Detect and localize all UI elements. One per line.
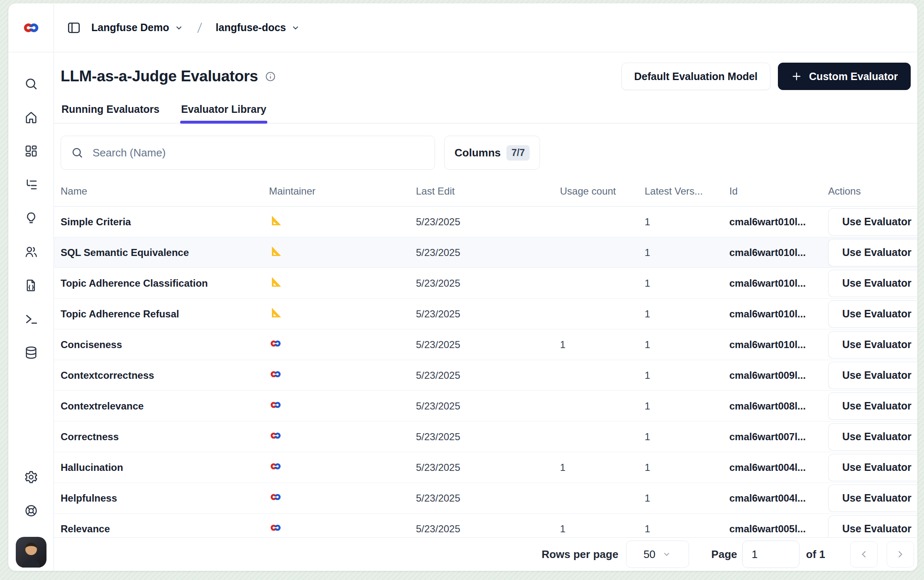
database-icon [24, 346, 38, 360]
sidebar-item-dashboards[interactable] [24, 144, 39, 158]
use-evaluator-button[interactable]: Use Evaluator [828, 270, 917, 297]
support-lifebuoy-icon [24, 504, 38, 518]
default-evaluation-model-button[interactable]: Default Evaluation Model [621, 63, 770, 90]
avatar-photo [16, 537, 46, 568]
column-header-name[interactable]: Name [61, 185, 269, 197]
sidebar-item-datasets[interactable] [24, 345, 39, 360]
evaluator-id: cmal6wart010l... [729, 308, 828, 320]
dashboard-icon [24, 144, 38, 158]
info-icon[interactable] [265, 71, 276, 82]
usage-count-value: 1 [560, 462, 645, 473]
sidebar-item-settings[interactable] [24, 470, 39, 485]
search-input[interactable] [92, 146, 425, 160]
sidebar-item-playground[interactable] [24, 312, 39, 327]
table-row[interactable]: Conciseness 5/23/2025 1 1 cmal6wart010l.… [54, 329, 917, 360]
sidebar-item-support[interactable] [24, 503, 39, 518]
langfuse-maintainer-icon [269, 429, 282, 442]
table-row[interactable]: Contextrelevance 5/23/2025 1 cmal6wart00… [54, 391, 917, 422]
table-row[interactable]: SQL Semantic Equivalence 5/23/2025 1 cma… [54, 237, 917, 268]
use-evaluator-button[interactable]: Use Evaluator [828, 392, 917, 420]
langfuse-maintainer-icon [269, 521, 282, 534]
use-evaluator-button[interactable]: Use Evaluator [828, 515, 917, 538]
use-evaluator-button[interactable]: Use Evaluator [828, 300, 917, 328]
use-evaluator-button[interactable]: Use Evaluator [828, 423, 917, 451]
last-edit-date: 5/23/2025 [416, 523, 560, 535]
evaluator-name: Correctness [61, 431, 269, 443]
columns-button[interactable]: Columns 7/7 [444, 136, 540, 170]
actions-cell: Use Evaluator [828, 270, 917, 297]
evaluator-id: cmal6wart010l... [729, 216, 828, 228]
actions-cell: Use Evaluator [828, 300, 917, 328]
evaluator-name: Hallucination [61, 462, 269, 473]
actions-cell: Use Evaluator [828, 239, 917, 266]
table-row[interactable]: Topic Adherence Refusal 5/23/2025 1 cmal… [54, 299, 917, 329]
custom-evaluator-label: Custom Evaluator [809, 71, 898, 83]
actions-cell: Use Evaluator [828, 485, 917, 512]
rows-per-page-select[interactable]: 50 [626, 541, 689, 568]
column-header-latest-version[interactable]: Latest Vers... [645, 185, 729, 197]
breadcrumb: Langfuse Demo langfuse-docs [54, 3, 300, 52]
maintainer-cell [269, 214, 416, 229]
use-evaluator-button[interactable]: Use Evaluator [828, 208, 917, 236]
use-evaluator-button[interactable]: Use Evaluator [828, 485, 917, 512]
use-evaluator-button[interactable]: Use Evaluator [828, 454, 917, 481]
maintainer-cell [269, 460, 416, 475]
table-row[interactable]: Hallucination 5/23/2025 1 1 cmal6wart004… [54, 452, 917, 483]
last-edit-date: 5/23/2025 [416, 462, 560, 473]
sidebar-item-search[interactable] [24, 76, 39, 91]
table-row[interactable]: Relevance 5/23/2025 1 1 cmal6wart005l...… [54, 514, 917, 537]
search-box[interactable] [61, 136, 435, 170]
actions-cell: Use Evaluator [828, 392, 917, 420]
page-number-input[interactable] [742, 541, 799, 568]
actions-cell: Use Evaluator [828, 208, 917, 236]
search-icon [24, 77, 38, 91]
use-evaluator-button[interactable]: Use Evaluator [828, 331, 917, 358]
pagination-bar: Rows per page 50 Page of 1 [54, 537, 917, 571]
user-avatar[interactable] [16, 537, 46, 568]
sidebar-item-prompts[interactable] [24, 278, 39, 293]
evaluators-table: Name Maintainer Last Edit Usage count La… [54, 176, 917, 537]
previous-page-button[interactable] [850, 541, 878, 568]
table-row[interactable]: Correctness 5/23/2025 1 cmal6wart007l...… [54, 422, 917, 452]
last-edit-date: 5/23/2025 [416, 370, 560, 381]
table-row[interactable]: Topic Adherence Classification 5/23/2025… [54, 268, 917, 299]
sidebar-toggle-button[interactable] [66, 20, 81, 35]
column-header-usage-count[interactable]: Usage count [560, 185, 645, 197]
maintainer-cell [269, 429, 416, 445]
page-count-label: of 1 [806, 548, 825, 561]
evaluator-id: cmal6wart005l... [729, 523, 828, 535]
use-evaluator-button[interactable]: Use Evaluator [828, 362, 917, 389]
org-name: Langfuse Demo [91, 22, 169, 34]
column-header-last-edit[interactable]: Last Edit [416, 185, 560, 197]
sidebar-item-tracing[interactable] [24, 177, 39, 192]
langfuse-logo[interactable] [8, 3, 54, 52]
tab-evaluator-library[interactable]: Evaluator Library [180, 98, 267, 123]
evaluator-id: cmal6wart007l... [729, 431, 828, 443]
chevron-right-icon [895, 549, 906, 560]
latest-version-value: 1 [645, 492, 729, 504]
table-toolbar: Columns 7/7 [54, 136, 917, 170]
latest-version-value: 1 [645, 247, 729, 258]
org-switcher[interactable]: Langfuse Demo [91, 22, 183, 34]
custom-evaluator-button[interactable]: Custom Evaluator [778, 63, 911, 90]
table-row[interactable]: Helpfulness 5/23/2025 1 cmal6wart004l...… [54, 483, 917, 514]
page-label: Page [711, 548, 737, 561]
sidebar-item-evaluation[interactable] [24, 211, 39, 226]
table-row[interactable]: Simple Criteria 5/23/2025 1 cmal6wart010… [54, 207, 917, 237]
project-switcher[interactable]: langfuse-docs [216, 22, 300, 34]
evaluator-name: Simple Criteria [61, 216, 269, 228]
use-evaluator-button[interactable]: Use Evaluator [828, 239, 917, 266]
evaluator-name: Topic Adherence Classification [61, 278, 269, 289]
column-header-maintainer[interactable]: Maintainer [269, 185, 416, 197]
latest-version-value: 1 [645, 216, 729, 228]
sidebar-item-users[interactable] [24, 244, 39, 259]
next-page-button[interactable] [887, 541, 914, 568]
latest-version-value: 1 [645, 370, 729, 381]
sidebar-item-home[interactable] [24, 110, 39, 125]
maintainer-cell [269, 490, 416, 506]
column-header-id[interactable]: Id [729, 185, 828, 197]
tab-running-evaluators[interactable]: Running Evaluators [61, 98, 160, 123]
usage-count-value: 1 [560, 523, 645, 535]
latest-version-value: 1 [645, 278, 729, 289]
table-row[interactable]: Contextcorrectness 5/23/2025 1 cmal6wart… [54, 360, 917, 391]
